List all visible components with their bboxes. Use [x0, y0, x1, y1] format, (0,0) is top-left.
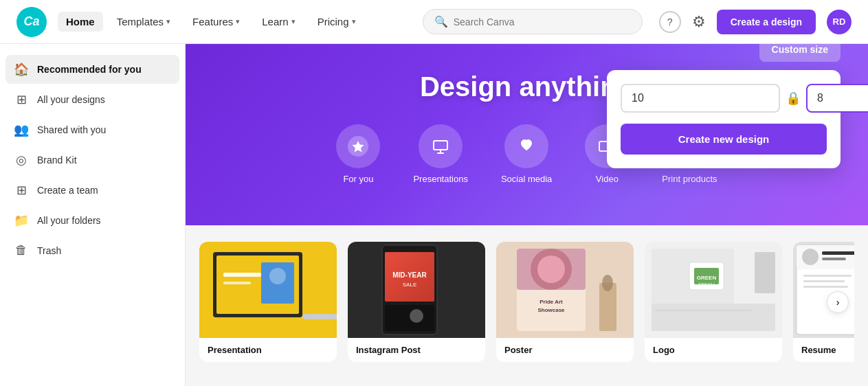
instagram-label: Instagram Post	[348, 338, 485, 362]
svg-point-43	[802, 249, 819, 265]
sidebar-label-shared: Shared with you	[37, 124, 106, 135]
pricing-chevron-icon: ▾	[352, 17, 356, 26]
sidebar-item-brand-kit[interactable]: ◎ Brand Kit	[5, 146, 179, 174]
next-button[interactable]: ›	[827, 291, 849, 313]
users-icon: 👥	[14, 122, 29, 137]
sidebar-item-recommended[interactable]: 🏠 Recommended for you	[5, 55, 179, 84]
hero-banner: Design anything For you Presentations	[186, 44, 868, 225]
svg-rect-48	[803, 286, 848, 288]
svg-text:SALE: SALE	[403, 282, 416, 288]
svg-rect-1	[434, 141, 447, 150]
learn-chevron-icon: ▾	[291, 17, 296, 26]
svg-point-21	[410, 309, 423, 323]
search-input[interactable]	[454, 16, 631, 27]
svg-text:GREEN: GREEN	[697, 275, 717, 281]
sidebar-label-trash: Trash	[37, 245, 61, 256]
svg-rect-44	[822, 251, 854, 255]
nav-home[interactable]: Home	[58, 12, 103, 32]
svg-rect-39	[755, 252, 775, 293]
svg-text:FRESH: FRESH	[698, 282, 715, 287]
template-card-presentation[interactable]: Presentation	[199, 242, 337, 362]
header-actions: ? ⚙ Create a design RD	[659, 10, 852, 34]
poster-thumbnail: Pride Art Showcase	[496, 242, 634, 338]
nav-pricing[interactable]: Pricing ▾	[309, 12, 364, 32]
nav-templates[interactable]: Templates ▾	[109, 12, 179, 32]
create-new-design-button[interactable]: Create new design	[621, 124, 827, 155]
template-card-logo[interactable]: GREEN FRESH Logo	[645, 242, 782, 362]
sidebar-item-folders[interactable]: 📁 All your folders	[5, 206, 179, 235]
folder-icon: 📁	[14, 213, 29, 228]
size-inputs: 🔒 px in cm mm	[621, 84, 827, 113]
for-you-label: For you	[343, 174, 373, 184]
brand-icon: ◎	[14, 152, 29, 168]
main-content: Design anything For you Presentations	[186, 44, 868, 386]
nav-learn[interactable]: Learn ▾	[254, 12, 303, 32]
svg-rect-47	[803, 280, 845, 282]
resume-thumbnail	[793, 242, 854, 338]
logo-label: Logo	[645, 338, 782, 362]
svg-text:Pride Art: Pride Art	[539, 299, 563, 305]
template-card-instagram[interactable]: MID-YEAR SALE Instagram Post	[348, 242, 485, 362]
sidebar-item-create-team[interactable]: ⊞ Create a team	[5, 176, 179, 205]
sidebar-label-brand-kit: Brand Kit	[37, 155, 77, 166]
avatar[interactable]: RD	[827, 10, 852, 34]
presentation-thumbnail	[199, 242, 337, 338]
trash-icon: 🗑	[14, 243, 29, 258]
header: Ca Home Templates ▾ Features ▾ Learn ▾ P…	[0, 0, 868, 44]
template-card-poster[interactable]: Pride Art Showcase Poster	[496, 242, 634, 362]
sidebar-label-create-team: Create a team	[37, 185, 98, 196]
for-you-circle	[336, 124, 380, 168]
presentation-label: Presentation	[199, 338, 337, 362]
svg-rect-20	[385, 305, 434, 331]
svg-rect-10	[223, 282, 251, 284]
custom-size-button[interactable]: Custom size	[759, 44, 841, 62]
svg-rect-45	[822, 258, 846, 260]
team-icon: ⊞	[14, 183, 29, 198]
svg-rect-9	[223, 273, 261, 277]
instagram-thumbnail: MID-YEAR SALE	[348, 242, 485, 338]
templates-section: Presentation MID-YEAR	[186, 225, 868, 378]
svg-text:MID-YEAR: MID-YEAR	[392, 271, 427, 279]
svg-point-12	[269, 268, 286, 284]
logo-thumbnail: GREEN FRESH	[645, 242, 782, 338]
help-button[interactable]: ?	[659, 11, 681, 33]
social-media-label: Social media	[501, 174, 552, 184]
grid-icon: ⊞	[14, 92, 29, 107]
sidebar-label-folders: All your folders	[37, 215, 101, 226]
search-icon: 🔍	[434, 15, 448, 28]
svg-rect-46	[803, 275, 852, 277]
video-label: Video	[596, 174, 619, 184]
svg-rect-33	[652, 304, 775, 331]
svg-point-26	[537, 256, 565, 283]
category-for-you[interactable]: For you	[336, 124, 380, 184]
svg-rect-13	[302, 314, 337, 319]
poster-label: Poster	[496, 338, 634, 362]
templates-chevron-icon: ▾	[166, 17, 170, 26]
height-input[interactable]	[806, 84, 868, 113]
templates-wrapper: Presentation MID-YEAR	[199, 242, 854, 362]
search-box: 🔍	[423, 9, 643, 34]
svg-text:Showcase: Showcase	[537, 307, 565, 313]
presentations-circle	[419, 124, 463, 168]
sidebar-label-all-designs: All your designs	[37, 94, 105, 105]
canva-logo[interactable]: Ca	[16, 7, 47, 37]
sidebar: 🏠 Recommended for you ⊞ All your designs…	[0, 44, 186, 386]
print-products-label: Print products	[662, 174, 717, 184]
sidebar-item-all-designs[interactable]: ⊞ All your designs	[5, 85, 179, 114]
social-media-circle	[504, 124, 548, 168]
hero-title: Design anything	[420, 71, 634, 102]
home-icon: 🏠	[14, 62, 29, 77]
presentations-label: Presentations	[413, 174, 468, 184]
custom-size-popup: Custom size 🔒 px in cm mm Create new des…	[607, 70, 841, 168]
width-input[interactable]	[621, 84, 780, 113]
svg-point-30	[602, 275, 613, 291]
create-design-header-button[interactable]: Create a design	[717, 10, 816, 34]
logo-text: Ca	[23, 14, 39, 29]
sidebar-item-shared[interactable]: 👥 Shared with you	[5, 115, 179, 144]
category-presentations[interactable]: Presentations	[413, 124, 468, 184]
settings-button[interactable]: ⚙	[692, 13, 706, 31]
sidebar-item-trash[interactable]: 🗑 Trash	[5, 236, 179, 264]
content-area: 🏠 Recommended for you ⊞ All your designs…	[0, 44, 868, 386]
nav-features[interactable]: Features ▾	[184, 12, 248, 32]
category-social-media[interactable]: Social media	[501, 124, 552, 184]
